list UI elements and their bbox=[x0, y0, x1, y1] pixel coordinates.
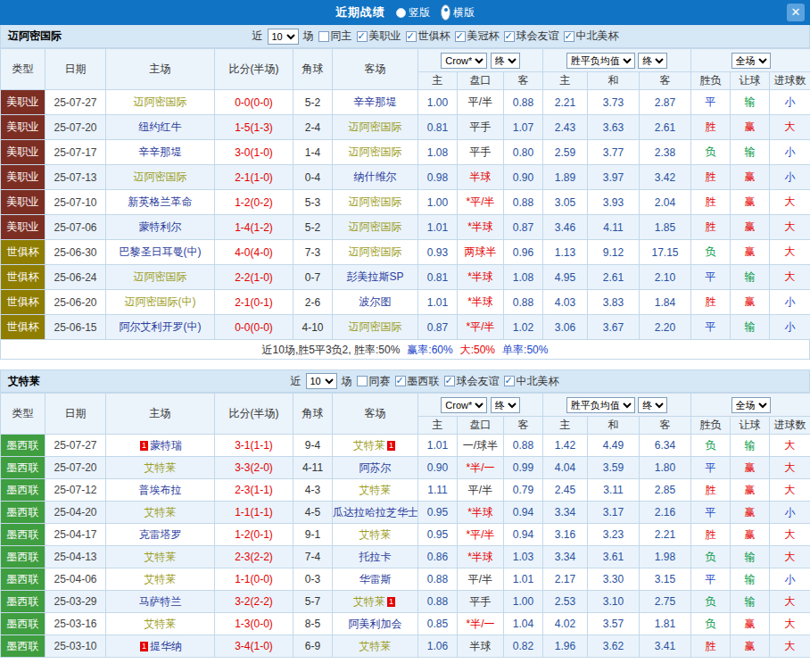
home-team-cell: 艾特莱 bbox=[106, 502, 215, 524]
team-name[interactable]: 阿苏尔 bbox=[360, 461, 392, 474]
team-name[interactable]: 新英格兰革命 bbox=[128, 195, 193, 208]
corner-cell: 1-4 bbox=[293, 140, 333, 165]
euro-final-select[interactable]: 终 bbox=[638, 397, 667, 413]
score-cell[interactable]: 2-3(1-1) bbox=[215, 479, 293, 502]
wdl-result: 负 bbox=[691, 140, 731, 165]
score-cell[interactable]: 0-0(0-0) bbox=[215, 315, 293, 340]
team-name[interactable]: 迈阿密国际 bbox=[349, 195, 402, 208]
score-cell[interactable]: 3-4(1-0) bbox=[215, 635, 293, 658]
score-cell[interactable]: 4-0(4-0) bbox=[215, 240, 293, 265]
score-cell[interactable]: 2-1(0-1) bbox=[215, 290, 293, 315]
team-name[interactable]: 纽约红牛 bbox=[139, 120, 182, 133]
odds-final-select[interactable]: 终 bbox=[491, 397, 520, 413]
match-count-select[interactable]: 10 bbox=[306, 373, 337, 389]
team-name[interactable]: 艾特莱 bbox=[360, 528, 392, 541]
filter-checkbox[interactable]: 中北美杯 bbox=[564, 29, 619, 44]
team-name[interactable]: 蒙特瑞 bbox=[150, 439, 182, 452]
team-name[interactable]: 彭美拉斯SP bbox=[346, 270, 403, 283]
handicap-cell: *半球 bbox=[458, 290, 504, 315]
team-name[interactable]: 迈阿密国际 bbox=[349, 245, 402, 258]
team-name[interactable]: 迈阿密国际 bbox=[134, 270, 187, 283]
checkbox-icon bbox=[406, 31, 417, 42]
team-name[interactable]: 普埃布拉 bbox=[139, 484, 182, 496]
score-cell[interactable]: 3-3(2-0) bbox=[215, 457, 293, 479]
radio-vertical-layout[interactable]: 竖版 bbox=[396, 5, 430, 21]
filter-checkbox[interactable]: 球会友谊 bbox=[444, 374, 500, 389]
date-cell: 25-03-16 bbox=[45, 613, 106, 635]
team-name[interactable]: 瓜达拉哈拉芝华士 bbox=[333, 506, 418, 519]
scope-select[interactable]: 全场 bbox=[731, 397, 771, 413]
filter-checkbox[interactable]: 世俱杯 bbox=[406, 29, 450, 44]
team-name[interactable]: 克雷塔罗 bbox=[139, 528, 182, 541]
team-name[interactable]: 迈阿密国际 bbox=[349, 220, 402, 233]
team-name[interactable]: 阿尔艾利开罗(中) bbox=[120, 320, 202, 333]
filter-checkbox[interactable]: 同赛 bbox=[357, 374, 391, 389]
team-name[interactable]: 迈阿密国际 bbox=[349, 320, 402, 333]
score-cell[interactable]: 1-2(0-2) bbox=[215, 190, 293, 215]
match-count-select[interactable]: 10 bbox=[268, 29, 299, 45]
score-cell[interactable]: 2-2(1-0) bbox=[215, 265, 293, 290]
scope-select[interactable]: 全场 bbox=[731, 53, 771, 69]
col-euro-home: 主 bbox=[543, 417, 588, 435]
score-cell[interactable]: 1-1(0-0) bbox=[215, 568, 293, 591]
match-row: 墨西联25-04-06艾特莱1-1(0-0)0-3华雷斯0.88平/半1.012… bbox=[1, 568, 810, 591]
handicap-result: 赢 bbox=[731, 115, 770, 140]
team-name[interactable]: 艾特莱 bbox=[145, 506, 177, 519]
team-name[interactable]: 华雷斯 bbox=[360, 573, 392, 585]
filter-checkbox[interactable]: 美职业 bbox=[357, 29, 401, 44]
score-cell[interactable]: 1-5(1-3) bbox=[215, 115, 293, 140]
score-cell[interactable]: 1-2(0-1) bbox=[215, 524, 293, 546]
team-name[interactable]: 艾特莱 bbox=[360, 640, 392, 652]
score-cell[interactable]: 1-3(0-0) bbox=[215, 613, 293, 635]
filter-checkbox[interactable]: 墨西联 bbox=[395, 374, 440, 389]
odds-source-select[interactable]: Crow* bbox=[441, 397, 487, 413]
radio-horizontal-layout[interactable]: 横版 bbox=[441, 4, 475, 21]
team-name[interactable]: 迈阿密国际 bbox=[134, 95, 187, 108]
team-name[interactable]: 辛辛那堤 bbox=[354, 95, 397, 108]
team-name[interactable]: 艾特莱 bbox=[145, 461, 177, 474]
team-name[interactable]: 马萨特兰 bbox=[139, 595, 182, 608]
team-name[interactable]: 迈阿密国际 bbox=[349, 145, 402, 158]
score-cell[interactable]: 2-3(2-2) bbox=[215, 546, 293, 568]
team-name[interactable]: 波尔图 bbox=[360, 295, 392, 308]
handicap-result: 输 bbox=[731, 90, 770, 115]
score-cell[interactable]: 3-2(2-2) bbox=[215, 591, 293, 613]
euro-final-select[interactable]: 终 bbox=[638, 53, 667, 69]
filter-checkbox[interactable]: 美冠杯 bbox=[455, 29, 500, 44]
team-name[interactable]: 托拉卡 bbox=[360, 551, 392, 563]
score-cell[interactable]: 0-0(0-0) bbox=[215, 90, 293, 115]
team-name[interactable]: 艾特莱 bbox=[145, 573, 177, 585]
team-name[interactable]: 迈阿密国际 bbox=[349, 120, 402, 133]
score-cell[interactable]: 1-4(1-2) bbox=[215, 215, 293, 240]
section-header-atlas: 艾特莱 近10场同赛墨西联球会友谊中北美杯 bbox=[0, 369, 810, 393]
filter-checkbox[interactable]: 中北美杯 bbox=[504, 374, 559, 389]
euro-avg-select[interactable]: 胜平负均值 bbox=[566, 53, 635, 69]
team-name[interactable]: 阿美利加会 bbox=[349, 618, 402, 630]
score-cell[interactable]: 1-1(1-1) bbox=[215, 502, 293, 524]
close-button[interactable]: ✕ bbox=[787, 4, 805, 21]
odds-source-select[interactable]: Crow* bbox=[441, 53, 487, 69]
handicap-cell: 平手 bbox=[458, 115, 504, 140]
team-name[interactable]: 艾特莱 bbox=[145, 551, 177, 563]
filter-checkbox[interactable]: 球会友谊 bbox=[504, 29, 559, 44]
team-name[interactable]: 艾特莱 bbox=[353, 439, 385, 452]
euro-home-odds: 3.05 bbox=[543, 190, 588, 215]
team-name[interactable]: 迈阿密国际(中) bbox=[125, 295, 196, 308]
team-name[interactable]: 艾特莱 bbox=[353, 595, 385, 608]
score-cell[interactable]: 3-0(1-0) bbox=[215, 140, 293, 165]
team-name[interactable]: 艾特莱 bbox=[360, 484, 392, 496]
score-cell[interactable]: 3-1(1-1) bbox=[215, 435, 293, 457]
team-name[interactable]: 艾特莱 bbox=[145, 618, 177, 630]
team-name[interactable]: 巴黎圣日耳曼(中) bbox=[120, 245, 202, 258]
team-name[interactable]: 提华纳 bbox=[150, 640, 182, 652]
euro-avg-select[interactable]: 胜平负均值 bbox=[566, 397, 635, 413]
filter-checkbox[interactable]: 同主 bbox=[318, 29, 352, 44]
team-name[interactable]: 迈阿密国际 bbox=[134, 170, 187, 183]
team-name[interactable]: 辛辛那堤 bbox=[139, 145, 182, 158]
odds-final-select[interactable]: 终 bbox=[491, 53, 520, 69]
goals-result: 大 bbox=[770, 190, 810, 215]
team-name[interactable]: 蒙特利尔 bbox=[139, 220, 182, 233]
score-cell[interactable]: 2-1(1-0) bbox=[215, 165, 293, 190]
team-name[interactable]: 纳什维尔 bbox=[354, 170, 397, 183]
handicap-cell: *半球 bbox=[458, 546, 504, 568]
